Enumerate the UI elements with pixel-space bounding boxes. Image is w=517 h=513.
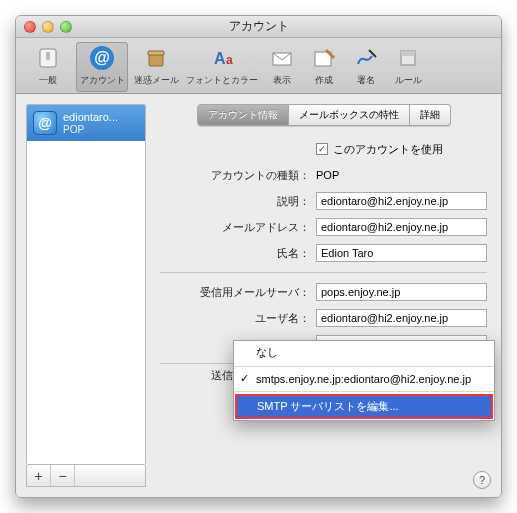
tab-advanced[interactable]: 詳細 <box>410 104 451 126</box>
switch-icon <box>34 44 62 72</box>
description-label: 説明： <box>160 194 310 209</box>
fullname-input[interactable] <box>316 244 487 262</box>
titlebar: アカウント <box>16 16 501 38</box>
enable-label: このアカウントを使用 <box>333 142 443 157</box>
email-label: メールアドレス： <box>160 220 310 235</box>
svg-line-11 <box>369 50 376 57</box>
incoming-input[interactable] <box>316 283 487 301</box>
account-name: ediontaro... <box>63 111 118 124</box>
svg-text:a: a <box>226 53 233 67</box>
username-input[interactable] <box>316 309 487 327</box>
tab-junk[interactable]: 迷惑メール <box>130 42 182 92</box>
list-footer: + − <box>26 465 146 487</box>
tab-fonts[interactable]: Aa フォントとカラー <box>184 42 260 92</box>
compose-icon <box>310 44 338 72</box>
tab-signatures[interactable]: 署名 <box>346 42 386 92</box>
account-type: POP <box>63 124 118 136</box>
preferences-window: アカウント 一般 @ アカウント 迷惑メール Aa フォントとカラー <box>15 15 502 498</box>
svg-rect-1 <box>46 52 50 60</box>
popup-server[interactable]: smtps.enjoy.ne.jp:ediontaro@hi2.enjoy.ne… <box>234 369 494 389</box>
remove-button[interactable]: − <box>51 465 75 486</box>
smtp-popup-menu[interactable]: なし smtps.enjoy.ne.jp:ediontaro@hi2.enjoy… <box>233 340 495 421</box>
tab-general[interactable]: 一般 <box>22 42 74 92</box>
tab-viewing[interactable]: 表示 <box>262 42 302 92</box>
account-type-value: POP <box>316 169 487 181</box>
username-label: ユーザ名： <box>160 311 310 326</box>
email-input[interactable] <box>316 218 487 236</box>
tab-composing[interactable]: 作成 <box>304 42 344 92</box>
accounts-list[interactable]: @ ediontaro... POP <box>26 104 146 465</box>
add-button[interactable]: + <box>27 465 51 486</box>
enable-checkbox[interactable]: ✓ <box>316 143 328 155</box>
tab-account-info[interactable]: アカウント情報 <box>197 104 289 126</box>
description-input[interactable] <box>316 192 487 210</box>
svg-rect-13 <box>401 51 415 56</box>
incoming-label: 受信用メールサーバ： <box>160 285 310 300</box>
tab-mailbox-behaviors[interactable]: メールボックスの特性 <box>289 104 410 126</box>
tab-rules[interactable]: ルール <box>388 42 428 92</box>
signature-icon <box>352 44 380 72</box>
window-title: アカウント <box>16 18 501 35</box>
help-button[interactable]: ? <box>473 471 491 489</box>
svg-rect-4 <box>149 54 163 66</box>
segmented-tabs: アカウント情報 メールボックスの特性 詳細 <box>156 104 491 126</box>
svg-rect-5 <box>148 51 164 55</box>
font-icon: Aa <box>208 44 236 72</box>
svg-text:A: A <box>214 50 226 67</box>
divider <box>160 272 487 273</box>
at-icon: @ <box>88 44 116 72</box>
main-panel: アカウント情報 メールボックスの特性 詳細 ✓ このアカウントを使用 アカウント… <box>156 104 491 487</box>
account-type-label: アカウントの種類： <box>160 168 310 183</box>
rules-icon <box>394 44 422 72</box>
svg-text:@: @ <box>94 49 110 66</box>
popup-edit-smtp-list[interactable]: SMTP サーバリストを編集... <box>235 394 493 419</box>
body: @ ediontaro... POP + − アカウント情報 メールボックスの特… <box>16 94 501 497</box>
accounts-sidebar: @ ediontaro... POP + − <box>26 104 146 487</box>
at-icon: @ <box>33 111 57 135</box>
account-row[interactable]: @ ediontaro... POP <box>27 105 145 141</box>
fullname-label: 氏名： <box>160 246 310 261</box>
envelope-icon <box>268 44 296 72</box>
tab-accounts[interactable]: @ アカウント <box>76 42 128 92</box>
popup-none[interactable]: なし <box>234 341 494 364</box>
toolbar: 一般 @ アカウント 迷惑メール Aa フォントとカラー 表示 <box>16 38 501 94</box>
trash-icon <box>142 44 170 72</box>
